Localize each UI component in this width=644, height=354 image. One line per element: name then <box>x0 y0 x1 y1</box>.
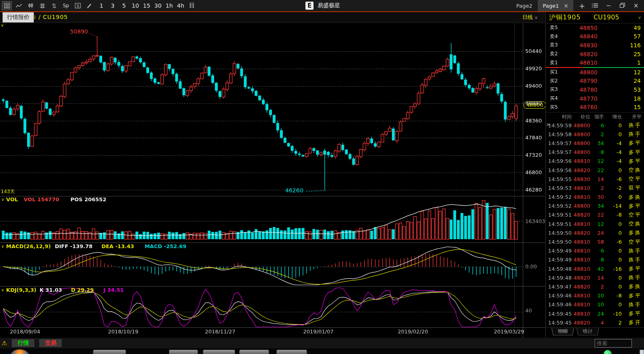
draw-pencil-icon[interactable] <box>85 2 94 10</box>
main-collapse-icon[interactable]: ∨ <box>1 23 4 27</box>
chevron-down-icon[interactable]: ∨ <box>638 15 641 20</box>
period-button[interactable]: 3 <box>109 2 116 9</box>
period-button[interactable]: 4h <box>177 2 184 9</box>
tick-time: 14:59:48 <box>546 275 572 281</box>
ladder-row-asks[interactable]: 卖1488101 <box>546 58 644 67</box>
tick-qty: 2 <box>590 131 604 137</box>
tick-row[interactable]: 14:59:584880020换手 <box>546 130 644 139</box>
chart-subheader: 905 / CU1905 行情报价 日线 ∨ <box>0 12 545 23</box>
tick-oi-change: 0 <box>604 230 622 236</box>
depth-bars-icon[interactable] <box>38 2 47 10</box>
period-button[interactable]: 10 <box>132 2 139 9</box>
market-tab-button[interactable]: 行情 <box>12 339 34 347</box>
tick-row[interactable]: 14:59:504881058-6空平 <box>546 237 644 246</box>
tick-price: 48820 <box>572 212 590 218</box>
search-input[interactable] <box>595 339 632 348</box>
ladder-row-asks[interactable]: 卖348830116 <box>546 41 644 50</box>
tick-row[interactable]: 14:59:464881010-8多平 <box>546 291 644 300</box>
ladder-row-asks[interactable]: 卖54885049 <box>546 23 644 32</box>
menu-list-icon[interactable] <box>591 2 599 9</box>
tick-row[interactable]: 14:59:454882042多开 <box>546 318 644 327</box>
macd-axis-tick: 0.00 <box>525 263 537 270</box>
warning-icon[interactable]: ⚠ <box>2 339 7 347</box>
ladder-level-label: 卖2 <box>546 51 563 57</box>
restore-icon[interactable] <box>618 2 626 9</box>
quote-panel-header[interactable]: 沪铜1905 CU1905 ∨ <box>546 12 644 23</box>
period-button[interactable]: 1 <box>98 2 105 9</box>
ladder-row-bids[interactable]: 买54876015 <box>546 103 644 112</box>
taskbar-app-button[interactable] <box>239 350 269 354</box>
tick-row[interactable]: 14:59:474882020多换 <box>546 282 644 291</box>
chart-toolbar: Sp S <box>0 1 94 10</box>
ladder-row-bids[interactable]: 买34878053 <box>546 85 644 94</box>
tick-row[interactable]: 14:59:4648810100换手 <box>546 300 644 309</box>
start-orb-icon[interactable] <box>11 349 29 354</box>
tick-qty: 24 <box>590 311 604 317</box>
tick-row[interactable]: 14:59:53488102-2双平 <box>546 183 644 192</box>
tick-row[interactable]: 14:59:494881060换手 <box>546 247 644 255</box>
close-tab-icon[interactable]: × <box>564 2 568 9</box>
tick-row[interactable]: 14:59:4848820140换手 <box>546 273 644 282</box>
tick-oi-change: 0 <box>604 248 622 254</box>
line-chart-icon[interactable] <box>15 2 23 10</box>
tick-row[interactable]: >14:59:594880060换手 <box>546 121 644 130</box>
quote-tab-tooltip[interactable]: 行情报价 <box>2 12 34 23</box>
tick-row[interactable]: 14:59:484881042-16多平 <box>546 264 644 273</box>
y-axis-tick: 49400 <box>525 83 542 89</box>
ladder-row-bids[interactable]: 买24879024 <box>546 77 644 86</box>
tick-row[interactable]: 14:59:5148810120空换 <box>546 219 644 228</box>
minimize-icon[interactable]: − <box>604 2 612 9</box>
tick-row[interactable]: 14:59:564881012-4多平 <box>546 157 644 166</box>
kdj-indicator-row[interactable]: ∨ KDJ(9,3,3) K 31.03 D 29.29 J 34.51 <box>1 287 124 293</box>
tick-row[interactable]: 14:59:524880034-14多平 <box>546 202 644 211</box>
ladder-row-bids[interactable]: 买44877018 <box>546 94 644 103</box>
row-cursor-icon: > <box>546 122 550 127</box>
period-button[interactable]: 30 <box>154 2 162 9</box>
period-dropdown[interactable]: 日线 ∨ <box>522 14 538 21</box>
tick-time: 14:59:56 <box>546 167 572 173</box>
vol-indicator-row[interactable]: ∨ VOL VOL 154770 POS 206552 <box>1 196 106 202</box>
tick-price: 48820 <box>572 230 590 236</box>
macd-indicator-row[interactable]: ∨ MACD(26,12,9) DIFF -139.78 DEA -13.43 … <box>1 243 186 249</box>
close-window-icon[interactable]: × <box>632 2 640 9</box>
tick-row[interactable]: 14:59:454881024-10多平 <box>546 309 644 318</box>
tick-row[interactable]: 14:59:5248810300多换 <box>546 193 644 202</box>
tab-detail[interactable]: 明细 <box>551 328 574 335</box>
tick-time: 14:59:56 <box>546 158 572 164</box>
taskbar-app-button[interactable] <box>169 350 198 354</box>
tab-page2[interactable]: Page2 <box>516 3 532 9</box>
tab-page1[interactable]: Page1 × <box>538 0 573 11</box>
taskbar-tray-icon[interactable] <box>604 350 612 354</box>
period-button[interactable]: 日 <box>188 2 196 9</box>
tick-row[interactable]: 14:59:514882022-8空平 <box>546 211 644 219</box>
spread-icon[interactable]: Sp <box>61 2 70 10</box>
period-button[interactable]: 5 <box>120 2 128 9</box>
tick-row[interactable]: 14:59:5048820240多换 <box>546 228 644 237</box>
tick-row[interactable]: 14:59:494881080换手 <box>546 255 644 264</box>
quote-board-icon[interactable] <box>2 1 12 10</box>
period-button[interactable]: 15 <box>143 2 150 9</box>
period-button[interactable]: 1h <box>166 2 173 9</box>
add-page-icon[interactable]: + <box>579 2 585 10</box>
tick-oi-change: 0 <box>604 194 622 200</box>
ladder-price: 48770 <box>563 95 598 102</box>
tab-statistics[interactable]: 统计 <box>577 328 599 335</box>
tick-time: 14:59:49 <box>546 248 572 254</box>
sort-updown-icon[interactable] <box>50 2 59 10</box>
tick-row[interactable]: 14:59:574880034-4多平 <box>546 139 644 148</box>
ladder-row-asks[interactable]: 卖44884057 <box>546 32 644 41</box>
tick-price: 48810 <box>572 158 590 164</box>
taskbar-app-button[interactable] <box>93 350 126 354</box>
ladder-price: 48790 <box>563 78 598 84</box>
trade-tab-button[interactable]: 交易 <box>39 339 62 347</box>
taskbar-app-button[interactable] <box>203 350 235 354</box>
ladder-row-bids[interactable]: 买14880012 <box>546 68 644 77</box>
tick-row[interactable]: 14:59:5648820220空换 <box>546 166 644 175</box>
tick-row[interactable]: 14:59:554883014-6空平 <box>546 175 644 183</box>
script-icon[interactable]: S <box>73 2 82 10</box>
ladder-row-asks[interactable]: 卖24882025 <box>546 50 644 59</box>
show-desktop-button[interactable] <box>640 350 644 354</box>
candlestick-icon[interactable] <box>26 2 35 10</box>
tick-row[interactable]: 14:59:57488008-4多平 <box>546 148 644 157</box>
taskbar-app-button[interactable] <box>276 350 307 354</box>
